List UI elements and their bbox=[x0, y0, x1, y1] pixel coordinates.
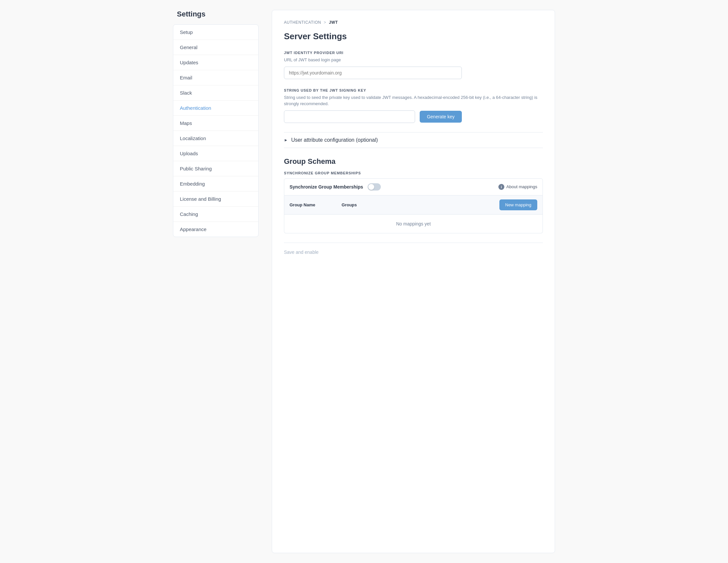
breadcrumb: AUTHENTICATION > JWT bbox=[284, 20, 543, 25]
sidebar-item-updates[interactable]: Updates bbox=[173, 55, 258, 70]
signing-key-description: String used to seed the private key used… bbox=[284, 94, 543, 107]
signing-key-label: STRING USED BY THE JWT SIGNING KEY bbox=[284, 88, 543, 92]
new-mapping-button[interactable]: New mapping bbox=[499, 199, 538, 210]
jwt-uri-label: JWT IDENTITY PROVIDER URI bbox=[284, 51, 543, 55]
empty-mappings: No mappings yet bbox=[284, 214, 543, 233]
sidebar-item-authentication[interactable]: Authentication bbox=[173, 100, 258, 116]
sidebar-item-uploads[interactable]: Uploads bbox=[173, 146, 258, 161]
empty-message: No mappings yet bbox=[396, 221, 431, 226]
signing-key-row: Generate key bbox=[284, 110, 462, 123]
breadcrumb-current: JWT bbox=[329, 20, 338, 25]
user-attribute-section[interactable]: ► User attribute configuration (optional… bbox=[284, 132, 543, 148]
page-title: Settings bbox=[173, 10, 259, 18]
sidebar-item-general[interactable]: General bbox=[173, 40, 258, 55]
signing-key-field: STRING USED BY THE JWT SIGNING KEY Strin… bbox=[284, 88, 543, 123]
breadcrumb-separator: > bbox=[324, 20, 326, 25]
about-mappings-button[interactable]: i About mappings bbox=[498, 184, 537, 190]
about-mappings-label: About mappings bbox=[506, 184, 537, 189]
sync-row-left: Synchronize Group Memberships bbox=[290, 183, 381, 190]
info-icon: i bbox=[498, 184, 504, 190]
signing-key-input[interactable] bbox=[284, 110, 415, 123]
sidebar-nav: Setup General Updates Email Slack Authen… bbox=[173, 24, 259, 237]
group-schema-title: Group Schema bbox=[284, 157, 543, 166]
col-groups: Groups bbox=[342, 202, 357, 207]
sync-toggle-label: Synchronize Group Memberships bbox=[290, 184, 363, 189]
sidebar-item-slack[interactable]: Slack bbox=[173, 85, 258, 100]
mappings-table-header: Group Name Groups New mapping bbox=[284, 195, 543, 214]
sidebar-item-embedding[interactable]: Embedding bbox=[173, 176, 258, 191]
jwt-uri-input[interactable] bbox=[284, 67, 462, 79]
save-section: Save and enable bbox=[284, 242, 543, 255]
group-schema-section: Group Schema SYNCHRONIZE GROUP MEMBERSHI… bbox=[284, 157, 543, 233]
sidebar-item-appearance[interactable]: Appearance bbox=[173, 222, 258, 237]
sync-section-label: SYNCHRONIZE GROUP MEMBERSHIPS bbox=[284, 171, 543, 175]
section-title: Server Settings bbox=[284, 31, 543, 42]
sidebar-item-setup[interactable]: Setup bbox=[173, 25, 258, 40]
sync-toggle[interactable] bbox=[368, 183, 381, 190]
collapse-icon: ► bbox=[284, 138, 288, 142]
sidebar-item-localization[interactable]: Localization bbox=[173, 131, 258, 146]
sidebar-item-public-sharing[interactable]: Public Sharing bbox=[173, 161, 258, 176]
breadcrumb-parent[interactable]: AUTHENTICATION bbox=[284, 20, 321, 25]
jwt-uri-description: URL of JWT based login page bbox=[284, 57, 543, 63]
jwt-uri-field: JWT IDENTITY PROVIDER URI URL of JWT bas… bbox=[284, 51, 543, 79]
table-cols: Group Name Groups bbox=[290, 202, 357, 207]
sidebar-item-license-billing[interactable]: License and Billing bbox=[173, 191, 258, 207]
main-panel: AUTHENTICATION > JWT Server Settings JWT… bbox=[272, 10, 555, 553]
save-enable-button[interactable]: Save and enable bbox=[284, 249, 319, 255]
sidebar-item-email[interactable]: Email bbox=[173, 70, 258, 85]
generate-key-button[interactable]: Generate key bbox=[420, 111, 462, 123]
col-group-name: Group Name bbox=[290, 202, 315, 207]
sidebar-item-caching[interactable]: Caching bbox=[173, 207, 258, 222]
sidebar: Settings Setup General Updates Email Sla… bbox=[173, 10, 259, 553]
sidebar-item-maps[interactable]: Maps bbox=[173, 116, 258, 131]
sync-row: Synchronize Group Memberships i About ma… bbox=[284, 178, 543, 195]
user-attribute-label: User attribute configuration (optional) bbox=[291, 137, 378, 143]
